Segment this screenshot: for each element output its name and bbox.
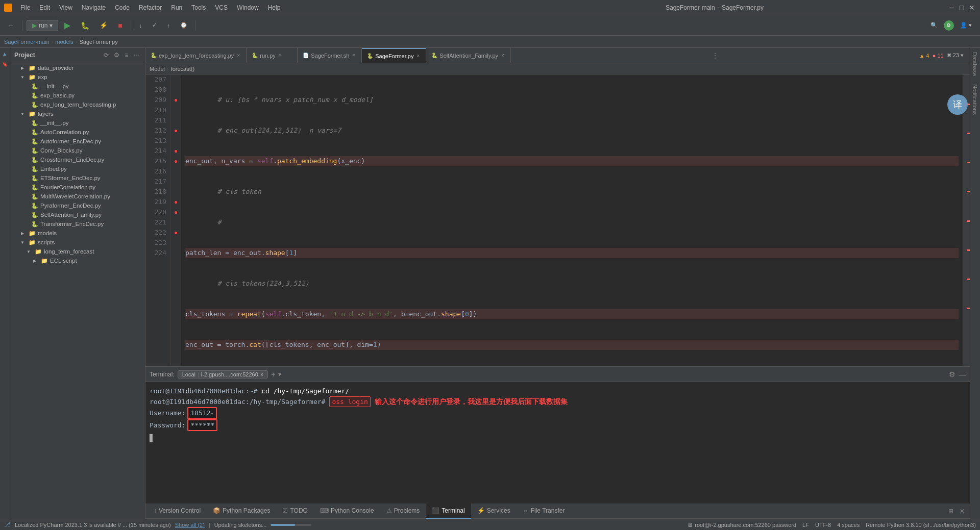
indent-status[interactable]: 4 spaces [837,522,860,528]
tree-item-ets[interactable]: 🐍 ETSformer_EncDec.py [10,173,145,183]
terminal-dropdown-icon[interactable]: ▾ [278,371,281,378]
tree-item-selfattn[interactable]: 🐍 SelfAttention_Family.py [10,210,145,219]
tab-close-selfattn[interactable]: × [500,52,505,59]
tabs-overflow[interactable]: ⋮ [708,52,722,59]
tab-close-sageformer[interactable]: × [415,53,421,59]
menu-navigate[interactable]: Navigate [78,3,110,12]
git-push[interactable]: ↑ [163,21,174,30]
line-ending-status[interactable]: LF [802,522,809,528]
tree-item-cross[interactable]: 🐍 Crossformer_EncDec.py [10,155,145,164]
bc-method[interactable]: forecast() [171,66,194,72]
git-commit[interactable]: ✓ [148,20,161,30]
tab-python-console[interactable]: ⌨ Python Console [314,503,380,519]
debug-button[interactable]: 🐛 [77,20,93,31]
tab-exp-long[interactable]: 🐍 exp_long_term_forecasting.py × [145,48,247,63]
terminal-session-tab[interactable]: Local | i-2.gpush....com:52260 × [178,370,268,378]
tab-sageformer-sh[interactable]: 📄 SageFormer.sh × [298,48,362,63]
tree-item-autoformer[interactable]: 🐍 Autoformer_EncDec.py [10,137,145,146]
session-close-icon[interactable]: × [260,371,263,377]
tree-item-ecl[interactable]: ▶ 📁 ECL script [10,256,145,265]
update-text[interactable]: Localized PyCharm 2023.1.3 is available … [15,522,171,528]
menu-window[interactable]: Window [233,3,263,12]
sync-icon[interactable]: ⟳ [102,51,110,59]
sidebar-database[interactable]: Database [970,48,980,80]
run-coverage[interactable]: ⚡ [95,20,112,31]
collapse-all-icon[interactable]: ≡ [122,51,131,59]
gear-icon[interactable]: ⚙ [112,51,120,59]
tab-version-control[interactable]: ↕ Version Control [148,503,207,519]
username-field[interactable]: 18512▾ [187,407,216,419]
tree-item-conv[interactable]: 🐍 Conv_Blocks.py [10,146,145,155]
tab-todo[interactable]: ☑ TODO [276,503,313,519]
tab-file-transfer[interactable]: ↔ File Transfer [517,503,571,519]
more-icon[interactable]: ⋯ [133,51,141,59]
terminal-minimize-icon[interactable]: — [959,370,966,378]
tab-sageformer-py[interactable]: 🐍 SageFormer.py × [362,48,426,63]
menu-vcs[interactable]: VCS [211,3,232,12]
breadcrumb-root[interactable]: SageFormer-main [4,39,50,45]
git-history[interactable]: ⌚ [176,20,191,30]
tab-close-run[interactable]: × [278,52,283,59]
bookmarks-icon[interactable]: 🔖 [1,60,9,68]
menu-edit[interactable]: Edit [35,3,54,12]
settings-button[interactable]: ⚙ [944,20,954,31]
tree-item-longterm[interactable]: ▼ 📁 long_term_forecast [10,247,145,256]
minimize-button[interactable]: ─ [947,4,955,12]
password-field[interactable]: ****** [187,419,217,432]
tree-item-models[interactable]: ▶ 📁 models [10,229,145,238]
tab-problems[interactable]: ⚠ Problems [380,503,426,519]
user-profile[interactable]: 👤 ▾ [956,20,976,30]
encoding-status[interactable]: UTF-8 [815,522,831,528]
sidebar-notifications[interactable]: Notifications [970,80,980,119]
project-icon[interactable]: ◀ [1,50,9,58]
code-editor[interactable]: 207 208 209 210 211 212 213 214 215 216 … [145,74,970,366]
bc-model[interactable]: Model [150,66,165,72]
menu-help[interactable]: Help [264,3,285,12]
tree-item-fourier[interactable]: 🐍 FourierCorrelation.py [10,183,145,192]
tab-services[interactable]: ⚡ Services [471,503,517,519]
play-button[interactable]: ▶ [60,19,75,32]
tab-run[interactable]: 🐍 run.py × [247,48,298,63]
tree-item-transformer[interactable]: 🐍 Transformer_EncDec.py [10,219,145,229]
menu-code[interactable]: Code [111,3,134,12]
terminal-content[interactable]: root@I191db46d7000e01dac:~# cd /hy-tmp/S… [145,382,970,503]
maximize-button[interactable]: □ [958,4,966,12]
tree-item-pyraformer[interactable]: 🐍 Pyraformer_EncDec.py [10,201,145,210]
show-all-link[interactable]: Show all (2) [175,522,205,528]
close-button[interactable]: ✕ [968,4,976,12]
tab-terminal[interactable]: ⬛ Terminal [426,503,471,519]
toolbar-back[interactable]: ← [4,21,18,30]
tree-item-embed[interactable]: 🐍 Embed.py [10,164,145,173]
code-content[interactable]: # u: [bs * nvars x patch_num x d_model] … [181,74,963,366]
bottom-layout-icon[interactable]: ⊞ [945,508,957,515]
breadcrumb-file[interactable]: SageFormer.py [79,39,117,45]
interpreter-status[interactable]: Remote Python 3.8.10 (sf.../usr/bin/pyth… [866,522,976,528]
terminal-settings-icon[interactable]: ⚙ [949,370,955,378]
tree-item-exp[interactable]: ▼ 📁 exp [10,72,145,82]
git-update[interactable]: ↓ [135,21,146,30]
tree-item-layers[interactable]: ▼ 📁 layers [10,109,145,118]
terminal-add-button[interactable]: + [271,370,275,378]
menu-refactor[interactable]: Refactor [135,3,166,12]
tab-python-packages[interactable]: 📦 Python Packages [207,503,276,519]
menu-file[interactable]: File [16,3,34,12]
remote-host-status[interactable]: 🖥 root@i-2.gpushare.com:52260 password [687,522,796,528]
chat-bubble[interactable]: 译 [947,94,968,115]
run-button[interactable]: ▶ run ▾ [27,20,58,31]
tree-item-multiwavelet[interactable]: 🐍 MultiWaveletCorrelation.py [10,192,145,201]
tree-item-data-provider[interactable]: ▶ 📁 data_provider [10,63,145,72]
tree-item-scripts[interactable]: ▼ 📁 scripts [10,238,145,247]
bottom-close-icon[interactable]: ✕ [957,508,968,515]
breadcrumb-models[interactable]: models [55,39,73,45]
tree-item-init-exp[interactable]: 🐍 __init__.py [10,82,145,91]
tab-close-sh[interactable]: × [351,52,356,59]
stop-button[interactable]: ■ [114,20,126,31]
menu-tools[interactable]: Tools [187,3,210,12]
tab-selfattn[interactable]: 🐍 SelfAttention_Family.py × [426,48,511,63]
tree-item-exp-basic[interactable]: 🐍 exp_basic.py [10,91,145,100]
menu-view[interactable]: View [55,3,77,12]
tree-item-init-layers[interactable]: 🐍 __init__.py [10,118,145,128]
menu-run[interactable]: Run [167,3,186,12]
tree-item-exp-long[interactable]: 🐍 exp_long_term_forecasting.p [10,100,145,109]
tab-close-exp-long[interactable]: × [236,52,241,59]
